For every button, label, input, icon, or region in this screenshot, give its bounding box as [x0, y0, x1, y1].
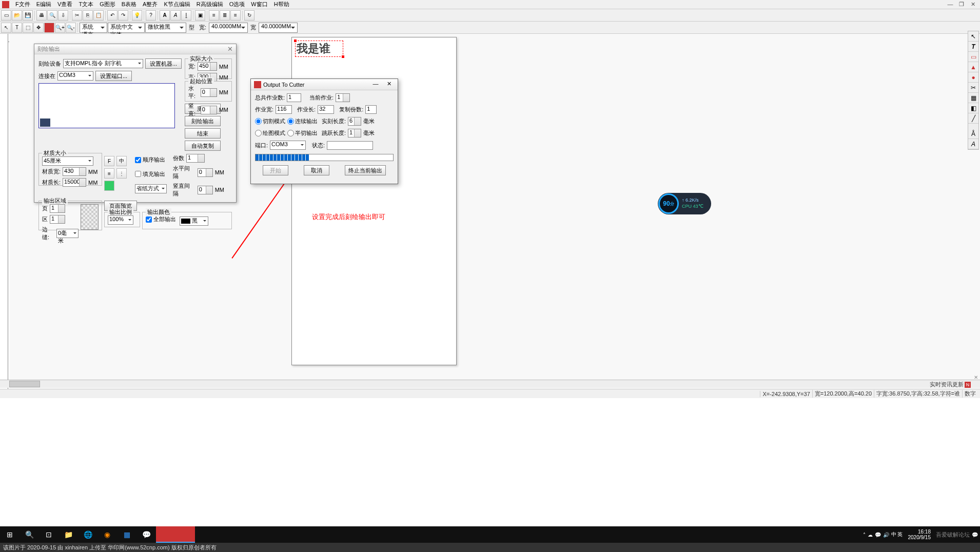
undo-icon[interactable]: ↶ [107, 10, 117, 21]
align-left-icon[interactable]: ≡ [209, 10, 219, 21]
itext-icon[interactable]: A [968, 139, 978, 149]
stop-output-button[interactable]: 终止当前输出 [345, 165, 386, 175]
current-app1-icon[interactable] [156, 526, 175, 543]
menu-adv[interactable]: R高级编辑 [193, 0, 226, 9]
live-news-label[interactable]: ✕ 实时资讯更新N [930, 381, 971, 388]
lang-select[interactable]: 系统语言 [80, 23, 107, 33]
cpu-monitor-widget[interactable]: 90分 ↑ 6.2K/s CPU 43℃ [658, 193, 711, 214]
color-select[interactable]: 黑 [180, 216, 208, 226]
set-port-button[interactable]: 设置端口... [95, 71, 132, 81]
cancel-button[interactable]: 取消 [304, 165, 329, 175]
horizontal-scrollbar[interactable]: ✕ 实时资讯更新N [0, 380, 980, 388]
scroll-thumb[interactable] [9, 381, 40, 387]
circle-tool-icon[interactable]: ● [968, 72, 978, 83]
menu-view[interactable]: V查看 [54, 0, 75, 9]
total-jobs-input[interactable]: 1 [287, 93, 301, 102]
start-button[interactable]: ⊞ [0, 526, 19, 543]
window-close-icon[interactable]: ✕ [968, 1, 978, 8]
menu-help[interactable]: H帮助 [271, 0, 292, 9]
dialog2-close-icon[interactable]: ✕ [383, 81, 395, 89]
text-tool-r-icon[interactable]: T [968, 42, 978, 52]
select-all-icon[interactable]: ⬚ [23, 23, 33, 33]
cut-mode-radio[interactable]: 切割模式 [255, 117, 285, 125]
news-close-icon[interactable]: ✕ [974, 374, 978, 380]
cloud-icon[interactable]: ☁ [868, 532, 873, 538]
job-width-input[interactable]: 116 [276, 105, 292, 114]
current-app2-icon[interactable] [175, 526, 195, 543]
cut-output-button[interactable]: 刻绘输出 [185, 116, 221, 126]
font-btn-2[interactable]: 中 [116, 156, 127, 166]
out-ratio-select[interactable]: 100% [108, 215, 133, 225]
rect-tool-icon[interactable]: ▭ [968, 52, 978, 62]
atext-icon[interactable]: Å [968, 129, 978, 139]
box-draw-icon[interactable]: ▣ [195, 10, 205, 21]
print-icon[interactable]: 🖶 [36, 10, 47, 21]
ime-label[interactable]: 中 英 [891, 531, 903, 538]
auto-copy-button[interactable]: 自动复制 [185, 141, 221, 151]
cut-icon[interactable]: ✂ [72, 10, 82, 21]
vgap-input[interactable]: 0 [198, 186, 213, 194]
explorer-icon[interactable]: 📁 [58, 526, 78, 543]
colors-icon[interactable]: ◧ [968, 103, 978, 113]
window-restore-icon[interactable]: ❐ [956, 1, 967, 8]
actual-width-input[interactable]: 450 [198, 62, 217, 71]
search-icon[interactable]: 🔍 [19, 526, 39, 543]
underline-icon[interactable]: I [181, 10, 191, 21]
cont-output-radio[interactable]: 连续输出 [287, 117, 318, 125]
mat-length-input[interactable]: 15000 [63, 178, 86, 187]
align-btn-1[interactable]: ≡ [104, 168, 114, 179]
copies2-input[interactable]: 1 [365, 105, 377, 114]
start-button[interactable]: 开始 [263, 165, 288, 175]
paper-mode-select[interactable]: 省纸方式 [135, 184, 167, 193]
arrow-tool-icon[interactable]: ↖ [968, 31, 978, 42]
refresh-icon[interactable]: ↻ [244, 10, 254, 21]
msg-icon[interactable]: 💬 [875, 532, 881, 538]
sample-text-box[interactable]: 我是谁 [295, 41, 343, 57]
mat-size-select[interactable]: 45厘米 [42, 156, 93, 166]
end-button[interactable]: 结束 [185, 128, 221, 139]
clock[interactable]: 16:18 2020/9/15 [905, 529, 934, 540]
dialog1-close-icon[interactable]: ✕ [227, 45, 233, 53]
align-right-icon[interactable]: ≡ [230, 10, 241, 21]
zoom-out-icon[interactable]: 🔍- [66, 23, 76, 33]
width-select[interactable]: 40.0000MM [209, 23, 248, 33]
all-output-checkbox[interactable]: 全部输出 [146, 215, 176, 223]
font-family-select[interactable]: 系统中文字体 [108, 23, 145, 33]
paste-icon[interactable]: 📋 [93, 10, 104, 21]
port2-select[interactable]: COM3 [270, 141, 306, 150]
help-icon[interactable]: ? [146, 10, 156, 21]
open-icon[interactable]: 📂 [12, 10, 22, 21]
notif-icon[interactable]: 💬 [972, 532, 978, 538]
menu-options[interactable]: O选项 [226, 0, 248, 9]
align-center-icon[interactable]: ≣ [220, 10, 230, 21]
dialog2-min-icon[interactable]: — [370, 81, 381, 89]
copies-input[interactable]: 1 [186, 154, 205, 163]
menu-file[interactable]: F文件 [12, 0, 33, 9]
flame-icon[interactable]: ▲ [968, 62, 978, 72]
fill-output-checkbox[interactable]: 填充输出 [135, 170, 165, 178]
bulb-icon[interactable]: 💡 [132, 10, 142, 21]
plot-mode-radio[interactable]: 绘图模式 [255, 129, 285, 137]
grid-icon[interactable]: ▦ [968, 93, 978, 103]
move-tool-icon[interactable]: ✥ [33, 23, 44, 33]
zoom-in-icon[interactable]: 🔍+ [55, 23, 65, 33]
menu-window[interactable]: W窗口 [248, 0, 270, 9]
new-icon[interactable]: ▭ [1, 10, 11, 21]
job-length-input[interactable]: 32 [318, 105, 334, 114]
font-name-select[interactable]: 微软雅黑 [145, 23, 186, 33]
taskview-icon[interactable]: ⊡ [39, 526, 58, 543]
save-icon[interactable]: 💾 [23, 10, 33, 21]
height-select[interactable]: 40.0000MM [259, 23, 298, 33]
set-device-button[interactable]: 设置机器... [145, 58, 182, 69]
menu-text[interactable]: T文本 [75, 0, 96, 9]
red-swatch-icon[interactable] [44, 23, 54, 33]
page-input[interactable]: 1 [50, 204, 65, 213]
mat-width-input[interactable]: 430 [63, 167, 86, 176]
wechat-icon[interactable]: 💬 [136, 526, 156, 543]
align-btn-2[interactable]: ⋮ [116, 168, 127, 179]
start-x-input[interactable]: 0 [201, 88, 217, 97]
hgap-input[interactable]: 0 [198, 168, 213, 177]
line-tool-icon[interactable]: ╱ [968, 113, 978, 124]
menu-table[interactable]: B表格 [119, 0, 140, 9]
menu-edit[interactable]: E编辑 [33, 0, 54, 9]
